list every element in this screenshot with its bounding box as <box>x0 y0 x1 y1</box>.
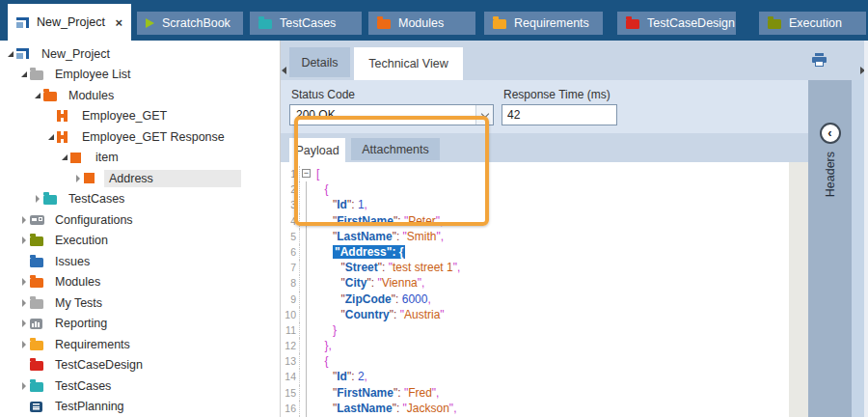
code-line-4[interactable]: 4"FirstName": "Peter", <box>281 213 789 229</box>
tree-icon-wrap <box>43 90 59 101</box>
code-line-3[interactable]: 3"Id": 1, <box>281 197 789 212</box>
tree-expanded-arrow-icon[interactable] <box>44 134 57 140</box>
tree-item-label: Reporting <box>50 315 112 332</box>
tree-item-execution[interactable]: Execution <box>0 231 280 252</box>
line-number: 16 <box>281 401 300 416</box>
dropdown-arrow-button[interactable] <box>475 105 493 125</box>
tree-collapsed-arrow-icon[interactable] <box>71 175 84 182</box>
window-tab-testcasedesign[interactable]: TestCaseDesign <box>617 12 736 35</box>
tree-item-label: Requirements <box>50 336 135 353</box>
code-line-14[interactable]: 14"Id": 2, <box>281 369 789 384</box>
code-vertical-scrollbar[interactable] <box>789 162 808 417</box>
code-line-9[interactable]: 9"ZipCode": 6000, <box>281 292 789 307</box>
status-code-dropdown[interactable]: 200 OK <box>289 104 494 125</box>
tree-item-modules[interactable]: Modules <box>0 272 280 293</box>
close-icon[interactable]: × <box>107 15 122 30</box>
code-line-15[interactable]: 15"FirstName": "Fred", <box>281 385 789 401</box>
folder-teal-icon <box>43 195 57 205</box>
tree-expanded-arrow-icon[interactable] <box>4 51 16 57</box>
code-line-11[interactable]: 11} <box>281 322 789 338</box>
folder-teal-icon <box>258 19 272 29</box>
tree-item-reporting[interactable]: Reporting <box>0 314 280 335</box>
tree-item-testcases[interactable]: TestCases <box>0 189 280 210</box>
tree-collapsed-arrow-icon[interactable] <box>17 320 30 327</box>
right-gutter <box>852 80 864 417</box>
window-tab-label: TestCases <box>280 16 336 30</box>
response-time-input[interactable] <box>502 104 617 125</box>
code-line-5[interactable]: 5"LastName": "Smith", <box>281 229 789 244</box>
tree-item-issues[interactable]: Issues <box>0 251 280 272</box>
tree-item-testcasedesign[interactable]: TestCaseDesign <box>0 355 280 376</box>
square-orange-icon <box>84 173 95 183</box>
tree-icon-wrap <box>30 319 45 329</box>
square-orange-icon <box>70 153 81 163</box>
main-panel: Details Technical View Status Code 200 O… <box>281 41 868 417</box>
tree-item-address[interactable]: Address <box>0 168 280 189</box>
window-tab-testcases[interactable]: TestCases <box>250 12 362 35</box>
code-line-2[interactable]: 2{ <box>281 181 789 197</box>
code-text: "Id": 1, <box>312 197 367 212</box>
headers-panel-label: Headers <box>824 152 837 197</box>
tree-item-testplanning[interactable]: TestPlanning <box>0 397 280 417</box>
fold-column <box>300 181 312 197</box>
tree-item-my-tests[interactable]: My Tests <box>0 292 280 314</box>
fold-guide-line <box>306 401 307 416</box>
code-line-13[interactable]: 13{ <box>281 353 789 369</box>
code-line-12[interactable]: 12}, <box>281 338 789 353</box>
line-number: 2 <box>281 181 300 197</box>
tree-item-employee-get[interactable]: Employee_GET <box>0 106 280 127</box>
tree-item-modules[interactable]: Modules <box>0 85 280 106</box>
tree-item-employee-list[interactable]: Employee List <box>0 65 280 86</box>
fold-column <box>300 213 312 229</box>
code-line-6[interactable]: 6"Address": { <box>281 244 789 260</box>
window-tab-execution[interactable]: Execution <box>759 12 866 35</box>
fold-guide-line <box>306 197 307 212</box>
code-line-1[interactable]: 1−[ <box>281 166 789 181</box>
tree-expanded-arrow-icon[interactable] <box>31 93 43 98</box>
tree-collapsed-arrow-icon[interactable] <box>17 236 30 244</box>
tree-collapsed-arrow-icon[interactable] <box>31 195 43 203</box>
tree-collapsed-arrow-icon[interactable] <box>17 216 30 224</box>
tab-details[interactable]: Details <box>289 47 350 77</box>
tab-technical-view[interactable]: Technical View <box>354 47 463 80</box>
tree-collapsed-arrow-icon[interactable] <box>17 299 30 307</box>
tab-attachments[interactable]: Attachments <box>351 138 440 160</box>
tree-icon-wrap <box>30 214 45 225</box>
tree-item-label: TestCaseDesign <box>50 356 148 374</box>
code-line-8[interactable]: 8"City": "Vienna", <box>281 275 789 291</box>
payload-code-viewer[interactable]: 1−[2{3"Id": 1,4"FirstName": "Peter",5"La… <box>281 162 789 417</box>
tree-item-configurations[interactable]: Configurations <box>0 209 280 231</box>
window-tab-label: ScratchBook <box>162 16 231 30</box>
window-tab-new-project[interactable]: New_Project× <box>8 4 131 41</box>
tree-expanded-arrow-icon[interactable] <box>58 154 70 160</box>
tree-icon-wrap <box>30 380 45 392</box>
tree-collapsed-arrow-icon[interactable] <box>17 382 30 390</box>
tree-item-label: Issues <box>50 253 95 270</box>
tree-item-requirements[interactable]: Requirements <box>0 334 280 355</box>
window-tab-scratchbook[interactable]: ScratchBook <box>137 12 243 35</box>
fold-column <box>300 353 312 369</box>
expand-headers-button[interactable]: ‹ <box>820 123 841 144</box>
code-line-10[interactable]: 10"Country": "Austria" <box>281 307 789 322</box>
tree-collapsed-arrow-icon[interactable] <box>17 341 30 348</box>
tree-item-employee-get-response[interactable]: Employee_GET Response <box>0 126 280 148</box>
code-line-16[interactable]: 16"LastName": "Jackson", <box>281 401 789 416</box>
tree-item-new-project[interactable]: New_Project <box>0 43 280 65</box>
window-tab-requirements[interactable]: Requirements <box>484 12 603 35</box>
fold-guide-line <box>306 353 307 369</box>
tab-payload[interactable]: Payload <box>289 138 345 162</box>
fold-collapse-icon[interactable]: − <box>302 169 311 178</box>
headers-collapsed-panel[interactable]: ‹ Headers <box>808 80 852 417</box>
tree-expanded-arrow-icon[interactable] <box>17 71 30 77</box>
code-line-7[interactable]: 7"Street": "test street 1", <box>281 260 789 275</box>
payload-tab-strip: Payload Attachments <box>281 133 808 162</box>
tabstrip-scroll-left-icon[interactable] <box>282 67 286 74</box>
tree-collapsed-arrow-icon[interactable] <box>17 278 30 286</box>
tree-item-item[interactable]: item <box>0 148 280 169</box>
print-icon[interactable] <box>812 53 827 70</box>
window-tab-modules[interactable]: Modules <box>368 12 475 35</box>
fold-column <box>300 292 312 307</box>
tree-item-label: Modules <box>64 87 119 104</box>
tree-icon-wrap <box>30 402 45 412</box>
tree-item-testcases[interactable]: TestCases <box>0 375 280 397</box>
